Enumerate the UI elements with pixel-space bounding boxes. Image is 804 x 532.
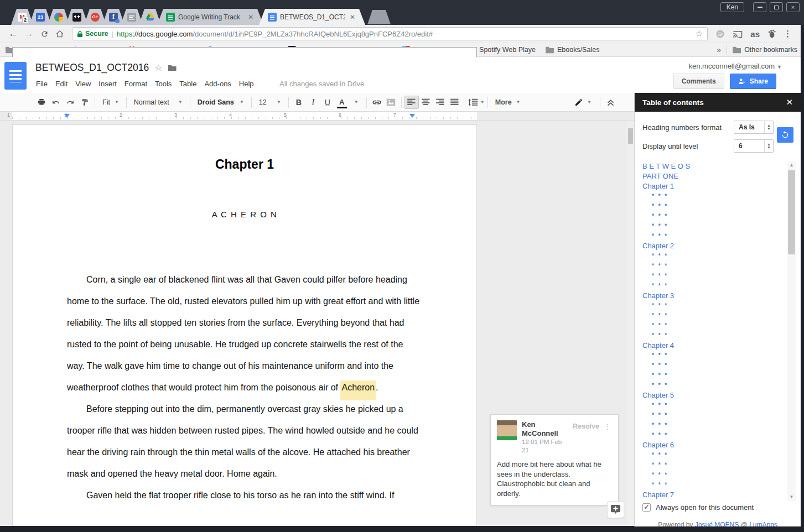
spinner-arrows-icon[interactable]: ▲▼	[764, 121, 773, 133]
menu-item[interactable]: File	[32, 78, 51, 90]
toc-entry[interactable]: * * *	[642, 231, 801, 241]
foot-extension-icon[interactable]	[767, 29, 776, 38]
toc-entry[interactable]: * * *	[642, 460, 801, 470]
toc-entry[interactable]: * * *	[642, 191, 801, 201]
paint-format-icon[interactable]	[77, 96, 92, 109]
bookmark-item[interactable]: Ebooks/Sales	[546, 46, 599, 54]
menu-item[interactable]: Format	[121, 78, 151, 90]
forward-icon[interactable]: →	[21, 28, 37, 39]
toc-entry[interactable]: PART ONE	[642, 171, 801, 181]
paragraph-style-select[interactable]: Normal text▼	[129, 96, 187, 109]
toc-entry[interactable]: Chapter 2	[642, 241, 801, 251]
line-spacing-button[interactable]: ▼	[468, 96, 485, 109]
menu-item[interactable]: Help	[235, 78, 258, 90]
chrome-profile-button[interactable]: Ken	[720, 2, 744, 12]
star-document-icon[interactable]: ☆	[154, 62, 162, 73]
document-title[interactable]: BETWEOS_D1_OCT2016	[35, 62, 149, 74]
menu-item[interactable]: Table	[175, 78, 200, 90]
spotify-extension-icon[interactable]	[715, 29, 725, 39]
close-window-button[interactable]: ×	[786, 2, 800, 12]
toc-entry[interactable]: * * *	[642, 420, 801, 430]
refresh-toc-button[interactable]	[777, 127, 793, 143]
minimize-button[interactable]	[753, 2, 766, 12]
scroll-up-icon[interactable]: ▲	[787, 161, 796, 169]
pinned-tab-gmail[interactable]: M2	[11, 9, 33, 25]
maximize-button[interactable]	[770, 2, 783, 12]
share-button[interactable]: Share	[730, 74, 776, 89]
toc-entry[interactable]: * * *	[642, 470, 801, 480]
align-left-button[interactable]	[404, 96, 419, 109]
scrollbar-thumb[interactable]	[788, 170, 795, 254]
tab-betweos-document[interactable]: BETWEOS_D1_OCT2 ✕	[259, 9, 365, 25]
reload-icon[interactable]	[37, 30, 52, 38]
undo-icon[interactable]	[49, 96, 63, 109]
toc-entry[interactable]: * * *	[642, 321, 801, 331]
toc-entry[interactable]: * * *	[642, 281, 801, 291]
resolve-button[interactable]: Resolve	[569, 420, 603, 432]
toc-entry[interactable]: Chapter 7	[642, 490, 801, 500]
editing-mode-pencil-icon[interactable]	[572, 96, 586, 109]
home-icon[interactable]	[52, 30, 68, 38]
toc-entry[interactable]: Chapter 1	[642, 181, 801, 191]
scrollbar-thumb[interactable]	[628, 128, 633, 144]
menu-item[interactable]: Tools	[151, 78, 175, 90]
indent-marker-right[interactable]	[409, 114, 415, 118]
toc-entry[interactable]: * * *	[642, 480, 801, 490]
bookmarks-overflow-chevron[interactable]: »	[717, 45, 721, 54]
document-scrollbar[interactable]	[627, 121, 634, 526]
italic-button[interactable]: I	[306, 96, 320, 109]
bookmark-item[interactable]: Spotify Web Playe	[479, 46, 536, 54]
tab-google-writing-tracker[interactable]: Google Writing Track ✕	[157, 9, 263, 25]
align-center-button[interactable]	[419, 96, 433, 109]
toc-entry[interactable]: * * *	[642, 301, 801, 311]
text-color-button[interactable]: A	[335, 96, 349, 109]
new-tab-button[interactable]	[367, 10, 391, 24]
pinned-tab-drive[interactable]	[139, 9, 161, 25]
as-extension-icon[interactable]: as	[750, 29, 760, 39]
account-email[interactable]: ken.mcconnell@gmail.com▼	[689, 62, 782, 70]
toc-entry[interactable]: * * *	[642, 371, 801, 380]
pinned-tab-news[interactable]	[121, 9, 143, 25]
toc-entry[interactable]: * * *	[642, 400, 801, 410]
toc-entry[interactable]: * * *	[642, 430, 801, 440]
bookmark-star-icon[interactable]: ☆	[696, 29, 703, 39]
pinned-tab-google-plus[interactable]: G+	[84, 9, 106, 25]
toc-entry[interactable]: * * *	[642, 201, 801, 211]
insert-link-icon[interactable]	[370, 96, 384, 109]
toc-entry[interactable]: Chapter 6	[642, 440, 801, 450]
pinned-tab-photos[interactable]	[48, 9, 70, 25]
explore-button[interactable]	[607, 501, 624, 518]
zoom-select[interactable]: Fit▼	[98, 96, 123, 109]
toc-entry[interactable]: * * *	[642, 261, 801, 271]
toc-entry[interactable]: * * *	[642, 211, 801, 221]
scroll-down-icon[interactable]: ▼	[787, 493, 796, 501]
toc-entry[interactable]: B E T W E O S	[642, 161, 801, 171]
menu-item[interactable]: Insert	[95, 78, 121, 90]
bold-button[interactable]: B	[292, 96, 306, 109]
indent-marker-left[interactable]	[64, 114, 70, 118]
always-open-checkbox[interactable]: ✓	[642, 503, 651, 512]
toc-entry[interactable]: * * *	[642, 351, 801, 361]
save-status[interactable]: All changes saved in Drive	[279, 80, 364, 88]
docs-logo[interactable]	[4, 62, 27, 90]
font-size-select[interactable]: 12▼	[255, 96, 286, 109]
insert-image-icon[interactable]	[384, 96, 398, 109]
toc-entry[interactable]: * * *	[642, 221, 801, 231]
cast-extension-icon[interactable]	[733, 30, 743, 38]
font-select[interactable]: Droid Sans▼	[193, 96, 248, 109]
justify-button[interactable]	[448, 96, 462, 109]
menu-item[interactable]: Edit	[51, 78, 71, 90]
document-page[interactable]: Chapter 1 A C H E R O N Corn, a single e…	[12, 124, 477, 526]
text-color-chevron[interactable]: ▼	[349, 96, 364, 109]
menu-item[interactable]: View	[71, 78, 95, 90]
move-to-folder-icon[interactable]	[168, 65, 177, 71]
more-menu[interactable]: More▼	[491, 96, 525, 109]
comments-button[interactable]: Comments	[673, 74, 724, 89]
comment-card[interactable]: Ken McConnell 12:01 PM Feb 21 Resolve ⋮ …	[490, 414, 619, 505]
menu-item[interactable]: Add-ons	[200, 78, 235, 90]
toc-scrollbar[interactable]: ▲ ▼	[787, 161, 796, 501]
underline-button[interactable]: U	[320, 96, 335, 109]
spinner-arrows-icon[interactable]: ▲▼	[764, 140, 773, 152]
pinned-tab-hootsuite[interactable]	[66, 9, 88, 25]
browser-menu-icon[interactable]: ⋮	[784, 29, 792, 39]
